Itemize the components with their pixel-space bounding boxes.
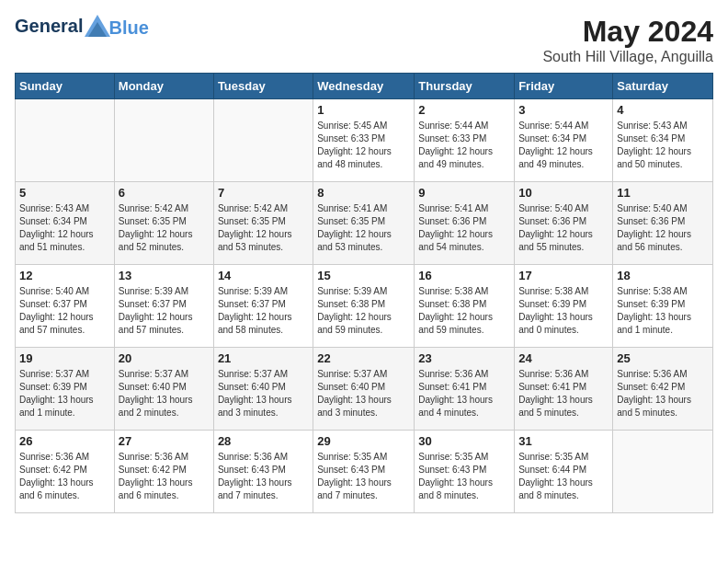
location-subtitle: South Hill Village, Anguilla: [542, 49, 713, 65]
column-header-monday: Monday: [114, 74, 213, 99]
day-info: Sunrise: 5:37 AMSunset: 6:39 PMDaylight:…: [19, 368, 110, 419]
day-number: 29: [317, 434, 410, 448]
day-info: Sunrise: 5:39 AMSunset: 6:38 PMDaylight:…: [317, 285, 410, 337]
calendar-cell: 8Sunrise: 5:41 AMSunset: 6:35 PMDaylight…: [313, 182, 415, 265]
day-info: Sunrise: 5:35 AMSunset: 6:44 PMDaylight:…: [518, 451, 609, 502]
calendar-cell: 31Sunrise: 5:35 AMSunset: 6:44 PMDayligh…: [515, 431, 613, 513]
day-number: 20: [119, 351, 210, 365]
day-number: 1: [317, 103, 410, 117]
calendar-cell: 2Sunrise: 5:44 AMSunset: 6:33 PMDaylight…: [415, 99, 515, 182]
calendar-cell: 29Sunrise: 5:35 AMSunset: 6:43 PMDayligh…: [313, 431, 415, 513]
day-number: 22: [317, 351, 410, 365]
day-info: Sunrise: 5:40 AMSunset: 6:36 PMDaylight:…: [617, 202, 709, 254]
day-number: 21: [218, 351, 309, 365]
calendar-cell: 30Sunrise: 5:35 AMSunset: 6:43 PMDayligh…: [415, 431, 515, 513]
calendar-cell: [114, 99, 213, 182]
calendar-cell: [16, 99, 115, 182]
month-year-title: May 2024: [542, 15, 713, 49]
column-header-saturday: Saturday: [613, 74, 713, 99]
day-number: 19: [19, 351, 110, 365]
day-number: 5: [19, 186, 110, 200]
calendar-cell: 13Sunrise: 5:39 AMSunset: 6:37 PMDayligh…: [114, 265, 213, 348]
calendar-cell: 10Sunrise: 5:40 AMSunset: 6:36 PMDayligh…: [515, 182, 613, 265]
column-header-wednesday: Wednesday: [313, 74, 415, 99]
calendar-cell: 23Sunrise: 5:36 AMSunset: 6:41 PMDayligh…: [415, 348, 515, 431]
day-number: 23: [418, 351, 510, 365]
day-info: Sunrise: 5:38 AMSunset: 6:38 PMDaylight:…: [418, 285, 510, 337]
calendar-cell: 27Sunrise: 5:36 AMSunset: 6:42 PMDayligh…: [114, 431, 213, 513]
title-block: May 2024 South Hill Village, Anguilla: [542, 15, 713, 65]
day-info: Sunrise: 5:42 AMSunset: 6:35 PMDaylight:…: [119, 202, 210, 254]
day-info: Sunrise: 5:36 AMSunset: 6:41 PMDaylight:…: [518, 368, 609, 419]
calendar-cell: 9Sunrise: 5:41 AMSunset: 6:36 PMDaylight…: [415, 182, 515, 265]
day-info: Sunrise: 5:44 AMSunset: 6:34 PMDaylight:…: [518, 120, 609, 171]
day-number: 10: [518, 186, 609, 200]
day-info: Sunrise: 5:35 AMSunset: 6:43 PMDaylight:…: [317, 451, 410, 502]
day-number: 17: [518, 269, 609, 282]
page-header: General Blue May 2024 South Hill Village…: [15, 15, 713, 65]
day-number: 16: [418, 269, 510, 282]
day-info: Sunrise: 5:43 AMSunset: 6:34 PMDaylight:…: [617, 120, 709, 171]
day-info: Sunrise: 5:38 AMSunset: 6:39 PMDaylight:…: [518, 285, 609, 337]
day-info: Sunrise: 5:40 AMSunset: 6:37 PMDaylight:…: [19, 285, 110, 337]
column-header-sunday: Sunday: [16, 74, 115, 99]
day-info: Sunrise: 5:41 AMSunset: 6:36 PMDaylight:…: [418, 202, 510, 254]
calendar-cell: 15Sunrise: 5:39 AMSunset: 6:38 PMDayligh…: [313, 265, 415, 348]
calendar-cell: 22Sunrise: 5:37 AMSunset: 6:40 PMDayligh…: [313, 348, 415, 431]
calendar-cell: 4Sunrise: 5:43 AMSunset: 6:34 PMDaylight…: [613, 99, 713, 182]
logo-text: General: [15, 15, 110, 40]
day-info: Sunrise: 5:36 AMSunset: 6:42 PMDaylight:…: [617, 368, 709, 419]
day-info: Sunrise: 5:36 AMSunset: 6:41 PMDaylight:…: [418, 368, 510, 419]
calendar-cell: 19Sunrise: 5:37 AMSunset: 6:39 PMDayligh…: [16, 348, 115, 431]
day-number: 3: [518, 103, 609, 117]
logo-blue: Blue: [108, 17, 148, 39]
day-info: Sunrise: 5:37 AMSunset: 6:40 PMDaylight:…: [317, 368, 410, 419]
day-info: Sunrise: 5:44 AMSunset: 6:33 PMDaylight:…: [418, 120, 510, 171]
calendar-cell: 3Sunrise: 5:44 AMSunset: 6:34 PMDaylight…: [515, 99, 613, 182]
day-info: Sunrise: 5:37 AMSunset: 6:40 PMDaylight:…: [218, 368, 309, 419]
day-number: 28: [218, 434, 309, 448]
day-info: Sunrise: 5:39 AMSunset: 6:37 PMDaylight:…: [218, 285, 309, 337]
day-number: 18: [617, 269, 709, 282]
calendar-cell: 16Sunrise: 5:38 AMSunset: 6:38 PMDayligh…: [415, 265, 515, 348]
calendar-cell: [213, 99, 313, 182]
day-info: Sunrise: 5:39 AMSunset: 6:37 PMDaylight:…: [119, 285, 210, 337]
calendar-cell: 24Sunrise: 5:36 AMSunset: 6:41 PMDayligh…: [515, 348, 613, 431]
day-info: Sunrise: 5:41 AMSunset: 6:35 PMDaylight:…: [317, 202, 410, 254]
day-number: 4: [617, 103, 709, 117]
calendar-week-row: 19Sunrise: 5:37 AMSunset: 6:39 PMDayligh…: [16, 348, 713, 431]
day-number: 24: [518, 351, 609, 365]
day-number: 15: [317, 269, 410, 282]
day-number: 12: [19, 269, 110, 282]
calendar-cell: 25Sunrise: 5:36 AMSunset: 6:42 PMDayligh…: [613, 348, 713, 431]
day-number: 31: [518, 434, 609, 448]
day-number: 9: [418, 186, 510, 200]
day-number: 6: [119, 186, 210, 200]
day-info: Sunrise: 5:37 AMSunset: 6:40 PMDaylight:…: [119, 368, 210, 419]
day-info: Sunrise: 5:38 AMSunset: 6:39 PMDaylight:…: [617, 285, 709, 337]
day-info: Sunrise: 5:36 AMSunset: 6:42 PMDaylight:…: [119, 451, 210, 502]
day-number: 11: [617, 186, 709, 200]
day-number: 14: [218, 269, 309, 282]
calendar-cell: 5Sunrise: 5:43 AMSunset: 6:34 PMDaylight…: [16, 182, 115, 265]
calendar-cell: 20Sunrise: 5:37 AMSunset: 6:40 PMDayligh…: [114, 348, 213, 431]
calendar-week-row: 26Sunrise: 5:36 AMSunset: 6:42 PMDayligh…: [16, 431, 713, 513]
calendar-cell: 18Sunrise: 5:38 AMSunset: 6:39 PMDayligh…: [613, 265, 713, 348]
day-info: Sunrise: 5:45 AMSunset: 6:33 PMDaylight:…: [317, 120, 410, 171]
day-number: 30: [418, 434, 510, 448]
day-info: Sunrise: 5:36 AMSunset: 6:43 PMDaylight:…: [218, 451, 309, 502]
day-number: 26: [19, 434, 110, 448]
day-info: Sunrise: 5:42 AMSunset: 6:35 PMDaylight:…: [218, 202, 309, 254]
calendar-cell: 6Sunrise: 5:42 AMSunset: 6:35 PMDaylight…: [114, 182, 213, 265]
day-info: Sunrise: 5:36 AMSunset: 6:42 PMDaylight:…: [19, 451, 110, 502]
day-info: Sunrise: 5:35 AMSunset: 6:43 PMDaylight:…: [418, 451, 510, 502]
column-header-friday: Friday: [515, 74, 613, 99]
calendar-week-row: 5Sunrise: 5:43 AMSunset: 6:34 PMDaylight…: [16, 182, 713, 265]
day-number: 25: [617, 351, 709, 365]
calendar-header-row: SundayMondayTuesdayWednesdayThursdayFrid…: [16, 74, 713, 99]
calendar-week-row: 12Sunrise: 5:40 AMSunset: 6:37 PMDayligh…: [16, 265, 713, 348]
logo-icon: [85, 15, 110, 37]
day-number: 7: [218, 186, 309, 200]
day-number: 27: [119, 434, 210, 448]
calendar-cell: 26Sunrise: 5:36 AMSunset: 6:42 PMDayligh…: [16, 431, 115, 513]
